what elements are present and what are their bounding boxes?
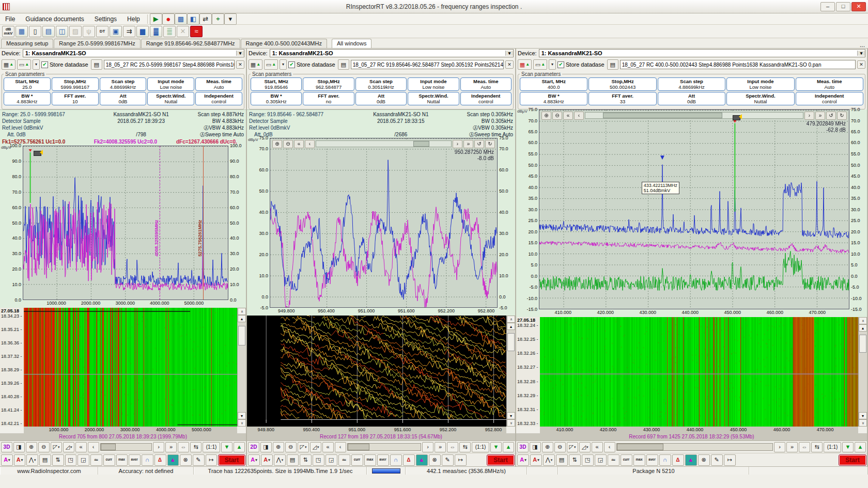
antenna-button[interactable]: ψ — [83, 26, 95, 37]
page-right-button[interactable]: » — [786, 442, 798, 452]
chevron-down-icon[interactable]: ▾ — [280, 59, 287, 70]
tab-overflow-button[interactable]: ... — [860, 42, 865, 48]
calendar-button[interactable]: ◫ — [56, 26, 68, 37]
shift-up-button[interactable]: ▲ — [234, 442, 245, 452]
view-mode-button[interactable]: 3D — [517, 442, 529, 452]
device-select[interactable]: 1: KassandraMK21-SO ▾ — [23, 49, 244, 57]
param-start[interactable]: Start, MHz919.85646 — [251, 77, 302, 91]
scale-mode-button[interactable]: ◸▾ — [51, 442, 62, 452]
shift-down-button[interactable]: ▼ — [221, 442, 233, 452]
current-trace-button[interactable]: curr — [103, 454, 115, 466]
scrollbar-thumb[interactable] — [507, 333, 515, 351]
device-select[interactable]: 1: KassandraMK21-SO ▾ — [539, 49, 865, 57]
scroll-top-icon[interactable]: « — [507, 316, 515, 323]
bars-button[interactable]: ▓ — [150, 26, 162, 37]
zoom-in-button[interactable]: ⊕ — [541, 112, 551, 120]
param-att[interactable]: Att0dB — [355, 92, 407, 105]
open-button[interactable]: ▤ — [39, 454, 51, 466]
report-button[interactable]: ▯ — [29, 26, 41, 37]
nav-thumb[interactable] — [413, 141, 429, 147]
menu-help[interactable]: Help — [122, 14, 145, 24]
param-input-mode[interactable]: Input modeLow noise — [147, 77, 194, 91]
grid-mode-button[interactable]: ◿▾ — [63, 442, 74, 452]
rx-settings-button[interactable]: ▦▲ — [2, 59, 16, 70]
param-att[interactable]: Att0dB — [100, 92, 147, 105]
scroll-down-icon[interactable]: ▾ — [507, 412, 515, 419]
param-stop[interactable]: Stop,MHz5999.998167 — [52, 77, 99, 91]
view-mode-button[interactable]: 2D — [248, 442, 259, 452]
delete-button[interactable]: ✕ — [177, 26, 189, 37]
spectrum-mode-button[interactable]: A▾ — [1, 454, 13, 466]
peak-mode-button[interactable]: ⋀▾ — [274, 454, 286, 466]
snapshot-button[interactable]: ◨ — [13, 442, 25, 452]
scrollbar-thumb[interactable] — [859, 335, 866, 352]
delta-mode-button[interactable]: A▾ — [530, 454, 542, 466]
fast-left-button[interactable]: « — [294, 140, 304, 148]
max-trace-button[interactable]: max — [633, 454, 645, 466]
h-scrollbar-thumb[interactable] — [348, 444, 369, 450]
param-input-mode[interactable]: Input modeLow noise — [726, 77, 794, 91]
multi-trace-button[interactable]: ∩ — [142, 454, 153, 466]
level-meter-button[interactable]: ⇉ — [123, 26, 135, 37]
delta-mode-button[interactable]: A▾ — [14, 454, 26, 466]
param-fft-aver[interactable]: FFT aver.33 — [588, 92, 656, 105]
compress-h-button[interactable]: ⇆ — [811, 442, 823, 452]
panorama-button[interactable]: ▲ — [685, 454, 697, 466]
start-button[interactable]: Start — [487, 455, 514, 465]
mask-button[interactable]: ∆ — [403, 454, 415, 466]
tab-range-400-500[interactable]: Range 400.0-500.002443MHz — [241, 39, 327, 48]
param-meas-time[interactable]: Meas. timeAuto — [460, 77, 512, 91]
rx-settings-button[interactable]: ▦▲ — [249, 59, 262, 70]
h-scrollbar-thumb[interactable] — [101, 444, 116, 450]
tab-range-919-962[interactable]: Range 919.85646-962.584877MHz — [141, 39, 240, 48]
zoom-in-button[interactable]: ⊕ — [273, 442, 284, 452]
param-independent[interactable]: Independentcontrol — [460, 92, 512, 105]
spectrum-plot[interactable]: ⊕⊖«‹ ›»↺↻ 479.202849 MHz -62.8 dB 433.42… — [539, 109, 849, 309]
scrollbar-thumb[interactable] — [238, 326, 245, 345]
nav-thumb[interactable] — [603, 113, 723, 118]
record-button[interactable]: ● — [162, 13, 175, 25]
panorama-button[interactable]: ▲ — [167, 454, 179, 466]
param-scan-step[interactable]: Scan step0.30519kHz — [355, 77, 407, 91]
expand-h-button[interactable]: ⇔ — [178, 442, 189, 452]
param-input-mode[interactable]: Input modeLow noise — [408, 77, 459, 91]
param-scan-step[interactable]: Scan step4.88699kHz — [100, 77, 147, 91]
new-chart2-button[interactable]: ◲ — [595, 454, 607, 466]
left-button[interactable]: ‹ — [305, 140, 315, 148]
scrollbar-track[interactable] — [238, 322, 246, 412]
multi-trace-button[interactable]: ∩ — [659, 454, 671, 466]
param-stop[interactable]: Stop,MHz500.002443 — [588, 77, 656, 91]
right-button[interactable]: › — [804, 112, 814, 120]
file-icon[interactable]: ▤ — [607, 59, 618, 70]
average-trace-button[interactable]: aver — [646, 454, 658, 466]
spectrum-mode-button[interactable]: A▾ — [517, 454, 529, 466]
sort-button[interactable]: ⇅ — [569, 454, 581, 466]
scale-mode-button[interactable]: ◸▾ — [567, 442, 578, 452]
right-button[interactable]: › — [453, 140, 462, 148]
view-mode-button[interactable]: 3D — [1, 442, 12, 452]
database-button[interactable]: ▤ — [42, 26, 55, 37]
scroll-bottom-icon[interactable]: » — [238, 419, 246, 427]
average-trace-button[interactable]: aver — [377, 454, 389, 466]
chevron-down-icon[interactable]: ▾ — [549, 59, 556, 70]
param-bw[interactable]: BW *4.883kHz — [4, 92, 51, 105]
keyboard-settings-button[interactable]: ▭▲ — [264, 59, 278, 70]
param-start[interactable]: Start, MHz400.0 — [520, 77, 587, 91]
shift-down-button[interactable]: ▼ — [842, 442, 854, 452]
max-trace-button[interactable]: max — [116, 454, 128, 466]
left-button[interactable]: ‹ — [574, 112, 584, 120]
threshold-button[interactable]: ≃ — [338, 454, 350, 466]
store-database-checkbox[interactable]: ✔ — [288, 61, 295, 68]
step-left-button[interactable]: ‹ — [604, 442, 615, 452]
param-independent[interactable]: Independentcontrol — [796, 92, 863, 105]
average-trace-button[interactable]: aver — [129, 454, 141, 466]
calculator-button[interactable]: ▦ — [16, 26, 28, 37]
param-bw[interactable]: BW *4.883kHz — [520, 92, 587, 105]
more-dropdown[interactable]: ▾ — [224, 13, 237, 25]
antenna-sound-button[interactable]: ⌖ — [212, 13, 224, 25]
max-trace-button[interactable]: max — [364, 454, 376, 466]
run-button[interactable]: ▶ — [150, 13, 162, 25]
start-button[interactable]: Start — [839, 455, 866, 465]
db-mkv-button[interactable]: dB mkV — [2, 26, 14, 37]
keyboard-settings-button[interactable]: ▭▲ — [533, 59, 547, 70]
